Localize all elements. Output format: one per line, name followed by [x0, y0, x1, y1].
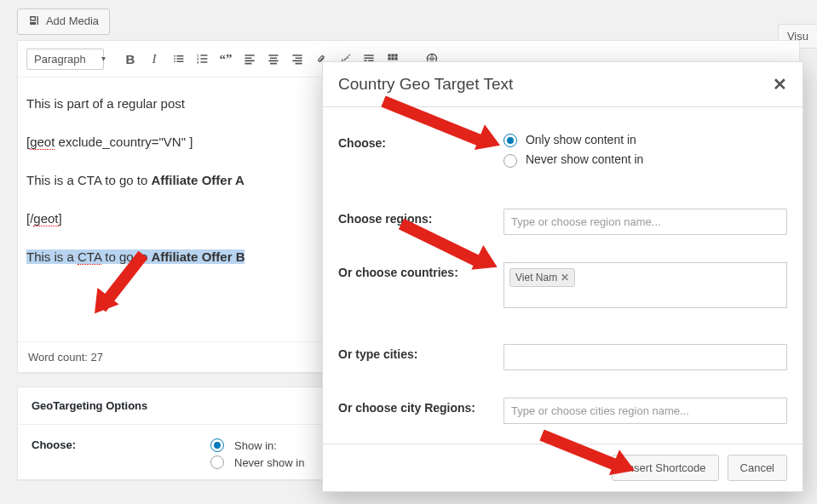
close-icon[interactable]: ✕	[773, 74, 787, 94]
bold-button[interactable]: B	[119, 48, 141, 70]
city-regions-input[interactable]	[503, 398, 787, 424]
radio-only-show[interactable]: Only show content in	[503, 133, 787, 147]
geo-show-in-radio[interactable]: Show in:	[210, 438, 304, 452]
remove-tag-icon[interactable]: ✕	[561, 272, 569, 284]
svg-rect-5	[394, 57, 397, 60]
country-tag[interactable]: Viet Nam✕	[509, 268, 575, 287]
radio-icon	[210, 438, 224, 452]
choose-regions-label: Choose regions:	[338, 209, 503, 226]
type-cities-label: Or type cities:	[338, 344, 503, 361]
cancel-button[interactable]: Cancel	[728, 455, 787, 481]
add-media-button[interactable]: Add Media	[17, 9, 110, 35]
align-left-button[interactable]	[239, 48, 261, 70]
align-center-button[interactable]	[262, 48, 285, 70]
cities-input[interactable]	[503, 344, 787, 370]
radio-icon	[210, 455, 224, 469]
svg-rect-4	[391, 57, 394, 60]
geo-never-show-radio[interactable]: Never show in	[210, 455, 304, 469]
svg-rect-1	[391, 54, 394, 56]
svg-rect-2	[394, 54, 397, 56]
italic-button[interactable]: I	[143, 48, 165, 70]
numbered-list-button[interactable]	[191, 48, 213, 70]
modal-title: Country Geo Target Text	[338, 75, 513, 94]
bullet-list-button[interactable]	[167, 48, 189, 70]
word-count: Word count: 27	[28, 351, 103, 364]
add-media-label: Add Media	[46, 14, 99, 27]
svg-rect-3	[388, 57, 390, 60]
quote-button[interactable]: “”	[215, 48, 237, 70]
insert-shortcode-button[interactable]: Insert Shortcode	[612, 455, 718, 481]
format-select[interactable]: Paragraph	[26, 49, 104, 70]
media-icon	[28, 14, 40, 29]
svg-rect-0	[388, 54, 390, 56]
align-right-button[interactable]	[286, 48, 308, 70]
modal-choose-label: Choose:	[338, 133, 503, 150]
radio-icon	[503, 154, 517, 168]
geo-choose-label: Choose:	[32, 438, 210, 451]
geo-target-modal: Country Geo Target Text ✕ Choose: Only s…	[322, 61, 803, 492]
radio-icon	[503, 134, 517, 147]
regions-input[interactable]	[503, 209, 787, 235]
choose-city-regions-label: Or choose city Regions:	[338, 398, 503, 415]
countries-input[interactable]: Viet Nam✕	[503, 262, 787, 308]
choose-countries-label: Or choose countries:	[338, 262, 503, 279]
page-number: 17	[806, 284, 817, 297]
radio-never-show[interactable]: Never show content in	[503, 152, 787, 167]
